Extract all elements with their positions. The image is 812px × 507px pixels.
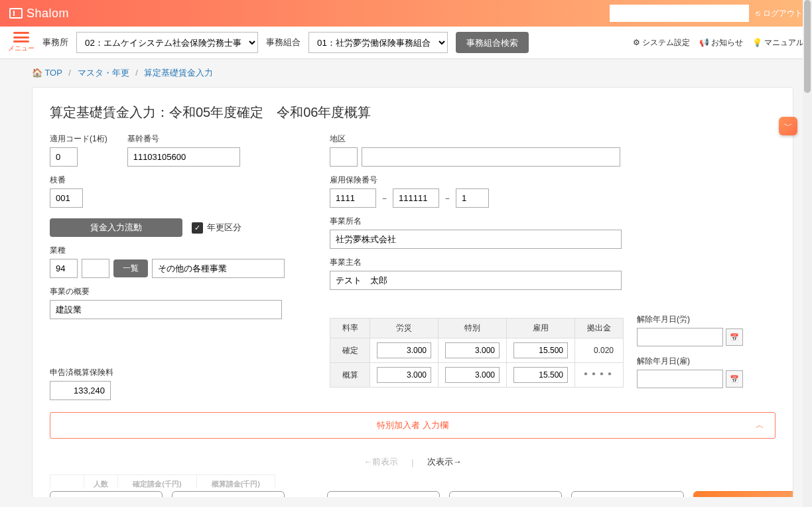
union-search-button[interactable]: 事務組合検索	[456, 32, 529, 53]
main-card: 算定基礎賃金入力：令和05年度確定 令和06年度概算 適用コード(1桁) 基幹番…	[32, 87, 793, 497]
outline-label: 事業の概要	[50, 286, 289, 297]
corenum-label: 基幹番号	[127, 133, 240, 145]
release-ko-input[interactable]	[637, 370, 723, 388]
special-entry-accordion[interactable]: 特別加入者 入力欄 ︿	[50, 412, 776, 439]
gear-icon: ⚙	[633, 38, 640, 47]
scrollbar-thumb[interactable]	[804, 0, 811, 93]
breadcrumb-current[interactable]: 算定基礎賃金入力	[144, 68, 213, 78]
manual-link[interactable]: 💡 マニュアル	[752, 37, 804, 48]
home-icon: 🏠	[32, 68, 42, 78]
breadcrumb-top[interactable]: TOP	[44, 68, 62, 78]
release-rou-label: 解除年月日(労)	[637, 314, 743, 325]
industry-label: 業種	[50, 245, 289, 256]
chevron-down-icon: ﹀	[784, 120, 793, 132]
breadcrumb-master[interactable]: マスタ・年更	[78, 68, 129, 78]
release-ko-label: 解除年月日(雇)	[637, 356, 743, 367]
year-div-checkbox[interactable]: ✓	[192, 222, 203, 234]
empins-3-input[interactable]	[456, 188, 489, 208]
menu-toggle[interactable]: メニュー	[8, 32, 34, 53]
calendar-icon: 📅	[730, 375, 739, 384]
next-record[interactable]: 次表示→	[427, 456, 462, 468]
hamburger-icon	[13, 32, 29, 42]
industry-list-button[interactable]: 一覧	[113, 259, 148, 277]
recalc-button[interactable]: ↻ 再計算	[449, 491, 562, 497]
global-search-input[interactable]	[610, 5, 749, 22]
menu-label: メニュー	[8, 44, 34, 53]
back-button[interactable]: ← 戻る(B)	[50, 491, 163, 497]
release-rou-cal-button[interactable]: 📅	[726, 328, 743, 346]
prev-record: ←前表示	[364, 456, 398, 468]
industry-code-input[interactable]	[50, 259, 78, 278]
payment-notice-button[interactable]: 🗎 納入通知書	[571, 491, 684, 497]
breadcrumb: 🏠 TOP / マスタ・年更 / 算定基礎賃金入力	[32, 59, 793, 87]
release-ko-cal-button[interactable]: 📅	[726, 370, 743, 388]
district-label: 地区	[330, 133, 776, 145]
code-input[interactable]	[50, 147, 78, 167]
code-label: 適用コード(1桁)	[50, 133, 107, 145]
empins-1-input[interactable]	[330, 188, 376, 208]
gaisan-rousai-input[interactable]	[377, 367, 431, 383]
kakutei-koyou-input[interactable]	[513, 342, 568, 358]
declared-input[interactable]	[50, 381, 111, 400]
outline-input[interactable]	[50, 300, 282, 319]
brand-text: Shalom	[27, 7, 69, 21]
district-code-input[interactable]	[330, 147, 358, 167]
system-settings-link[interactable]: ⚙ システム設定	[633, 37, 690, 48]
gaisan-contribution: ＊＊＊＊	[575, 363, 624, 388]
logout-label: ログアウト	[763, 8, 803, 19]
register-button[interactable]: ✓ 登録(S)	[693, 491, 793, 497]
branch-label: 枝番	[50, 175, 289, 186]
branch-input[interactable]	[50, 188, 83, 208]
th-koyou: 雇用	[507, 319, 575, 338]
row-kakutei-label: 確定	[330, 338, 370, 363]
th-rousai: 労災	[370, 319, 439, 338]
top-header: Shalom ⎋ ログアウト	[0, 0, 812, 27]
owner-label: 事業主名	[330, 257, 776, 268]
th-tokubetsu: 特別	[439, 319, 507, 338]
office-select[interactable]: 02：エムケイシステム社会保険労務士事	[76, 32, 258, 53]
kakutei-contribution: 0.020	[575, 338, 624, 363]
union-select[interactable]: 01：社労夢労働保険事務組合	[308, 32, 448, 53]
gaisan-tokubetsu-input[interactable]	[445, 367, 500, 383]
declared-label: 申告済概算保険料	[50, 367, 289, 378]
rate-table: 料率 労災 特別 雇用 拠出金 確定 0.020	[330, 318, 624, 388]
empins-label: 雇用保険番号	[330, 175, 776, 186]
bizname-input[interactable]	[330, 230, 622, 249]
th-rate: 料率	[330, 319, 370, 338]
industry-sub-input[interactable]	[82, 259, 109, 278]
megaphone-icon: 📢	[699, 38, 709, 47]
industry-name-input[interactable]	[152, 259, 285, 278]
bottom-action-bar: ← 戻る(B) 🧮 手数料計算 ⇩ 取込 ↻ 再計算 🗎 納入通知書 ✓ 登録(	[50, 488, 776, 497]
import-button[interactable]: ⇩ 取込	[327, 491, 440, 497]
owner-input[interactable]	[330, 271, 622, 290]
calendar-icon: 📅	[730, 333, 739, 342]
accordion-title: 特別加入者 入力欄	[377, 419, 448, 431]
union-label: 事務組合	[266, 36, 301, 48]
corenum-input[interactable]	[127, 147, 240, 167]
office-label: 事務所	[42, 36, 68, 48]
release-rou-input[interactable]	[637, 328, 723, 346]
brand-icon	[9, 8, 23, 19]
content-wrap: 🏠 TOP / マスタ・年更 / 算定基礎賃金入力 算定基礎賃金入力：令和05年…	[0, 59, 812, 497]
chevron-up-icon: ︿	[756, 419, 764, 431]
th-contribution: 拠出金	[575, 319, 624, 338]
kakutei-rousai-input[interactable]	[377, 342, 431, 358]
bulb-icon: 💡	[752, 38, 762, 47]
fee-calc-button[interactable]: 🧮 手数料計算	[172, 491, 285, 497]
record-nav: ←前表示 | 次表示→	[50, 456, 776, 468]
wage-flow-button[interactable]: 賃金入力流動	[50, 218, 182, 237]
year-div-label: 年更区分	[207, 222, 241, 234]
district-name-input[interactable]	[362, 147, 620, 167]
logout-button[interactable]: ⎋ ログアウト	[756, 8, 803, 19]
vertical-scrollbar[interactable]	[803, 0, 812, 497]
brand-logo: Shalom	[9, 7, 69, 21]
gaisan-koyou-input[interactable]	[513, 367, 568, 383]
page-title: 算定基礎賃金入力：令和05年度確定 令和06年度概算	[50, 104, 776, 121]
row-gaisan-label: 概算	[330, 363, 370, 388]
empins-2-input[interactable]	[393, 188, 439, 208]
notices-link[interactable]: 📢 お知らせ	[699, 37, 743, 48]
bizname-label: 事業所名	[330, 216, 776, 227]
kakutei-tokubetsu-input[interactable]	[445, 342, 500, 358]
float-collapse-toggle[interactable]: ﹀	[779, 117, 797, 135]
sub-header: メニュー 事務所 02：エムケイシステム社会保険労務士事 事務組合 01：社労夢…	[0, 27, 812, 59]
